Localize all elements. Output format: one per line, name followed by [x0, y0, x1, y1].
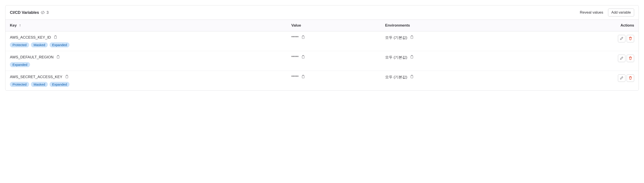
- cell-value: *****: [287, 31, 381, 51]
- copy-value-button[interactable]: [301, 74, 305, 80]
- badge-masked: Masked: [31, 82, 48, 87]
- variables-card: CI/CD Variables 3 Reveal values Add vari…: [5, 5, 639, 91]
- cell-actions: [536, 31, 638, 51]
- col-value-label: Value: [291, 23, 301, 28]
- trash-icon: [629, 76, 632, 80]
- badge-expanded: Expanded: [50, 42, 70, 47]
- badges: ProtectedMaskedExpanded: [10, 82, 282, 87]
- delete-button[interactable]: [627, 74, 634, 82]
- reveal-values-button[interactable]: Reveal values: [579, 9, 604, 16]
- badge-protected: Protected: [10, 42, 29, 47]
- variable-key: AWS_SECRET_ACCESS_KEY: [10, 75, 62, 79]
- col-actions: Actions: [536, 20, 638, 31]
- clipboard-icon: [56, 55, 60, 60]
- variable-key: AWS_ACCESS_KEY_ID: [10, 35, 51, 40]
- table-header-row: Key ↑ Value Environments Actions: [6, 20, 638, 31]
- col-environments[interactable]: Environments: [381, 20, 536, 31]
- table-row: AWS_ACCESS_KEY_IDProtectedMaskedExpanded…: [6, 31, 638, 51]
- cell-key: AWS_DEFAULT_REGIONExpanded: [6, 51, 287, 71]
- cell-environments: 모두 (기본값): [381, 31, 536, 51]
- add-variable-button[interactable]: Add variable: [608, 9, 634, 17]
- svg-rect-3: [57, 56, 60, 58]
- variable-key: AWS_DEFAULT_REGION: [10, 55, 54, 60]
- col-key[interactable]: Key ↑: [6, 20, 287, 31]
- clipboard-icon: [54, 35, 57, 40]
- col-value[interactable]: Value: [287, 20, 381, 31]
- variable-environments: 모두 (기본값): [385, 55, 407, 60]
- col-key-label: Key: [10, 23, 17, 28]
- variable-value: *****: [291, 75, 298, 79]
- clipboard-icon: [410, 75, 414, 79]
- variable-environments: 모두 (기본값): [385, 35, 407, 40]
- trash-icon: [629, 37, 632, 41]
- col-actions-label: Actions: [620, 23, 634, 28]
- cell-key: AWS_ACCESS_KEY_IDProtectedMaskedExpanded: [6, 31, 287, 51]
- svg-rect-6: [66, 76, 68, 78]
- edit-button[interactable]: [618, 35, 625, 42]
- svg-rect-8: [411, 76, 413, 78]
- variable-value: *****: [291, 35, 298, 40]
- clipboard-icon: [65, 75, 68, 79]
- cell-actions: [536, 71, 638, 91]
- badge-protected: Protected: [10, 82, 29, 87]
- badges: ProtectedMaskedExpanded: [10, 42, 282, 47]
- table-row: AWS_DEFAULT_REGIONExpanded*****모두 (기본값): [6, 51, 638, 71]
- svg-rect-2: [411, 36, 413, 39]
- card-title: CI/CD Variables: [10, 10, 39, 15]
- card-header: CI/CD Variables 3 Reveal values Add vari…: [6, 6, 638, 20]
- badge-expanded: Expanded: [50, 82, 70, 87]
- svg-rect-0: [54, 36, 57, 39]
- cell-environments: 모두 (기본값): [381, 51, 536, 71]
- trash-icon: [629, 56, 632, 61]
- cell-actions: [536, 51, 638, 71]
- badge-masked: Masked: [31, 42, 48, 47]
- cell-environments: 모두 (기본값): [381, 71, 536, 91]
- pencil-icon: [620, 56, 624, 61]
- badge-expanded: Expanded: [10, 62, 30, 67]
- svg-rect-5: [411, 56, 413, 58]
- sort-ascending-icon: ↑: [19, 23, 21, 28]
- clipboard-icon: [301, 35, 305, 40]
- pencil-icon: [620, 76, 624, 80]
- delete-button[interactable]: [627, 55, 634, 62]
- svg-rect-1: [302, 36, 304, 39]
- copy-key-button[interactable]: [64, 74, 69, 80]
- clipboard-icon: [410, 55, 414, 60]
- copy-environments-button[interactable]: [410, 74, 414, 80]
- svg-rect-7: [302, 76, 304, 78]
- clipboard-icon: [410, 35, 414, 40]
- col-environments-label: Environments: [385, 23, 410, 28]
- copy-value-button[interactable]: [301, 35, 305, 40]
- copy-environments-button[interactable]: [410, 55, 414, 60]
- variables-table: Key ↑ Value Environments Actions AWS_ACC…: [6, 20, 638, 90]
- variable-value: *****: [291, 55, 298, 60]
- variable-environments: 모두 (기본값): [385, 75, 407, 80]
- clipboard-icon: [301, 55, 305, 60]
- delete-button[interactable]: [627, 35, 634, 42]
- header-right: Reveal values Add variable: [579, 9, 634, 17]
- code-icon: [41, 11, 45, 15]
- copy-key-button[interactable]: [53, 35, 58, 40]
- cell-value: *****: [287, 71, 381, 91]
- svg-rect-4: [302, 56, 304, 58]
- badges: Expanded: [10, 62, 282, 67]
- table-row: AWS_SECRET_ACCESS_KEYProtectedMaskedExpa…: [6, 71, 638, 91]
- edit-button[interactable]: [618, 74, 625, 82]
- copy-environments-button[interactable]: [410, 35, 414, 40]
- copy-value-button[interactable]: [301, 55, 305, 60]
- cell-key: AWS_SECRET_ACCESS_KEYProtectedMaskedExpa…: [6, 71, 287, 91]
- pencil-icon: [620, 37, 624, 41]
- copy-key-button[interactable]: [56, 55, 60, 60]
- variables-count: 3: [46, 10, 49, 15]
- cell-value: *****: [287, 51, 381, 71]
- header-left: CI/CD Variables 3: [10, 10, 49, 15]
- clipboard-icon: [301, 75, 305, 79]
- edit-button[interactable]: [618, 55, 625, 62]
